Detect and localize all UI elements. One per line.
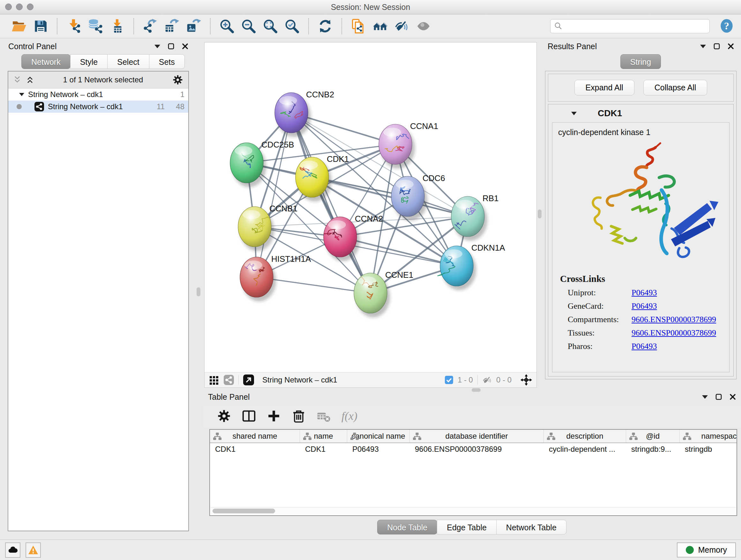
network-node[interactable] xyxy=(451,196,487,241)
open-in-new-window-icon[interactable] xyxy=(243,374,254,385)
export-image-button[interactable] xyxy=(185,17,203,36)
column-header-canonical-name[interactable]: canonical name xyxy=(347,430,410,442)
horizontal-scrollbar[interactable] xyxy=(211,507,736,515)
network-node[interactable] xyxy=(275,92,311,137)
panel-float-icon[interactable] xyxy=(716,394,722,400)
table-cell[interactable]: CDK1 xyxy=(300,443,347,455)
splitter-handle[interactable] xyxy=(472,388,481,392)
tab-network-table[interactable]: Network Table xyxy=(496,520,566,535)
hide-glasses-button[interactable] xyxy=(393,17,411,36)
table-cell[interactable]: P06493 xyxy=(347,443,410,455)
column-header-database-identifier[interactable]: database identifier xyxy=(410,430,544,442)
column-header--id[interactable]: @id xyxy=(626,430,680,442)
navigator-crosshair-icon[interactable] xyxy=(521,374,532,386)
network-node[interactable] xyxy=(324,217,360,261)
tree-collapse-icon[interactable] xyxy=(19,93,24,96)
share-document-button[interactable] xyxy=(349,17,367,36)
network-canvas[interactable]: CCNB2CCNA1CDC25BCDK1CDC6RB1CCNB1CCNA2CDK… xyxy=(205,43,536,372)
show-columns-icon[interactable] xyxy=(242,409,256,423)
zoom-fit-button[interactable] xyxy=(261,17,280,36)
splitter-handle[interactable] xyxy=(197,287,200,296)
tab-edge-table[interactable]: Edge Table xyxy=(437,520,496,535)
zoom-selected-button[interactable] xyxy=(283,17,301,36)
import-network-from-file-button[interactable] xyxy=(64,17,83,36)
zoom-in-button[interactable] xyxy=(218,17,236,36)
memory-button[interactable]: Memory xyxy=(677,543,736,557)
minimize-window-button[interactable] xyxy=(16,3,23,10)
table-gear-icon[interactable] xyxy=(217,409,231,423)
help-button[interactable]: ? xyxy=(719,18,734,35)
string-home-button[interactable] xyxy=(371,17,389,36)
scrollbar-thumb[interactable] xyxy=(212,509,275,513)
close-window-button[interactable] xyxy=(5,3,12,10)
network-row[interactable]: String Network – cdk1 11 48 xyxy=(8,101,188,113)
network-edge[interactable] xyxy=(291,113,370,293)
crosslink-link[interactable]: P06493 xyxy=(631,288,657,298)
refresh-view-button[interactable] xyxy=(316,17,334,36)
panel-menu-icon[interactable] xyxy=(154,45,160,48)
warning-icon[interactable] xyxy=(25,543,41,558)
hidden-eye-icon[interactable] xyxy=(482,375,492,385)
tab-style[interactable]: Style xyxy=(70,54,108,69)
open-session-button[interactable] xyxy=(10,17,28,36)
gear-icon[interactable] xyxy=(172,74,183,85)
panel-float-icon[interactable] xyxy=(168,43,174,50)
add-column-icon[interactable] xyxy=(267,409,281,423)
section-collapse-icon[interactable] xyxy=(571,112,577,115)
table-cell[interactable]: CDK1 xyxy=(210,443,300,455)
tab-node-table[interactable]: Node Table xyxy=(377,520,437,535)
crosslink-link[interactable]: P06493 xyxy=(631,301,657,311)
export-network-button[interactable] xyxy=(141,17,159,36)
network-node[interactable] xyxy=(379,124,415,169)
panel-close-icon[interactable] xyxy=(182,43,188,50)
panel-menu-icon[interactable] xyxy=(700,45,706,48)
table-cell[interactable]: cyclin-dependent ... xyxy=(544,443,626,455)
panel-float-icon[interactable] xyxy=(714,43,720,50)
crosslink-link[interactable]: 9606.ENSP00000378699 xyxy=(631,328,716,338)
network-node[interactable] xyxy=(230,143,266,187)
collapse-all-button[interactable]: Collapse All xyxy=(643,80,708,96)
tab-select[interactable]: Select xyxy=(107,54,149,69)
selected-checkbox-icon[interactable] xyxy=(445,376,453,384)
table-cell[interactable]: stringdb:9... xyxy=(626,443,680,455)
splitter-handle[interactable] xyxy=(538,209,542,219)
import-network-from-database-button[interactable] xyxy=(86,17,105,36)
network-node[interactable] xyxy=(295,157,332,201)
expand-all-icon[interactable] xyxy=(13,76,21,84)
search-box[interactable] xyxy=(550,19,710,33)
table-cell[interactable]: 9606.ENSP00000378699 xyxy=(410,443,544,455)
panel-close-icon[interactable] xyxy=(730,394,736,400)
column-header-namespace[interactable]: namespace xyxy=(680,430,737,442)
zoom-out-button[interactable] xyxy=(239,17,258,36)
panel-close-icon[interactable] xyxy=(728,43,734,50)
cloud-icon[interactable] xyxy=(5,543,20,558)
table-cell[interactable]: stringdb xyxy=(680,443,737,455)
tab-string[interactable]: String xyxy=(620,54,661,69)
zoom-window-button[interactable] xyxy=(27,3,33,10)
crosslink-link[interactable]: P06493 xyxy=(631,341,657,351)
import-table-from-file-button[interactable] xyxy=(108,17,126,36)
crosslink-link[interactable]: 9606.ENSP00000378699 xyxy=(631,315,716,324)
expand-all-button[interactable]: Expand All xyxy=(575,80,634,96)
tab-network[interactable]: Network xyxy=(21,54,71,69)
table-row[interactable]: CDK1CDK1P064939606.ENSP00000378699cyclin… xyxy=(210,443,737,455)
gene-section-header[interactable]: CDK1 xyxy=(548,105,733,122)
network-node[interactable] xyxy=(240,257,276,301)
save-session-button[interactable] xyxy=(31,17,50,36)
network-collection-row[interactable]: String Network – cdk1 1 xyxy=(8,88,188,101)
network-node[interactable] xyxy=(354,273,390,317)
network-overview-icon[interactable] xyxy=(224,375,234,385)
export-table-button[interactable] xyxy=(163,17,181,36)
tab-sets[interactable]: Sets xyxy=(149,54,185,69)
column-header-description[interactable]: description xyxy=(544,430,626,442)
panel-menu-icon[interactable] xyxy=(702,395,708,399)
column-header-name[interactable]: name xyxy=(300,430,347,442)
network-node[interactable] xyxy=(391,176,427,221)
grid-icon[interactable] xyxy=(209,375,219,385)
delete-column-icon[interactable] xyxy=(292,409,306,423)
column-header-shared-name[interactable]: shared name xyxy=(210,430,300,442)
network-edge[interactable] xyxy=(257,113,291,277)
search-input[interactable] xyxy=(566,21,705,31)
network-node[interactable] xyxy=(437,246,476,290)
collapse-all-icon[interactable] xyxy=(26,76,34,84)
